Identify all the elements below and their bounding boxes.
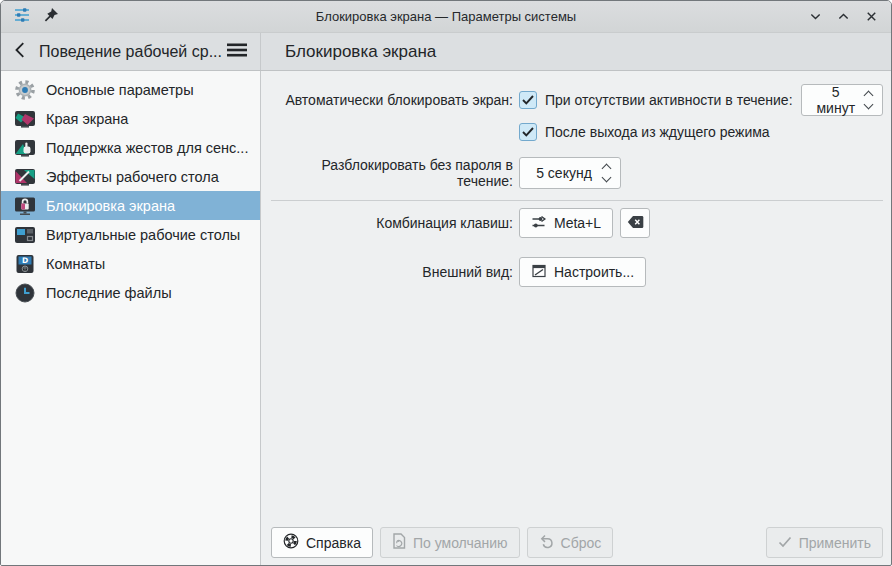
menu-icon[interactable]: [226, 40, 248, 64]
sidebar-item-screen-edges[interactable]: Края экрана: [1, 104, 260, 133]
minimize-button[interactable]: [808, 9, 823, 24]
touch-gestures-icon: [14, 137, 36, 159]
spin-down-icon[interactable]: [864, 99, 874, 109]
sidebar-item-recent-files[interactable]: Последние файлы: [1, 278, 260, 307]
virtual-desktops-icon: [14, 224, 36, 246]
configure-appearance-button[interactable]: Настроить...: [519, 257, 646, 287]
appearance-button-label: Настроить...: [554, 264, 634, 280]
sidebar-item-label: Виртуальные рабочие столы: [46, 227, 240, 243]
sidebar-item-desktop-effects[interactable]: Эффекты рабочего стола: [1, 162, 260, 191]
lock-on-resume-checkbox[interactable]: [519, 123, 537, 141]
sidebar-item-virtual-desktops[interactable]: Виртуальные рабочие столы: [1, 220, 260, 249]
recent-files-icon: [14, 282, 36, 304]
auto-lock-label: Автоматически блокировать экран:: [271, 92, 513, 108]
sidebar-header: Поведение рабочей ср...: [1, 33, 261, 70]
sidebar-item-activities[interactable]: D Комнаты: [1, 249, 260, 278]
app-icon: [13, 6, 31, 28]
reset-button-label: Сброс: [561, 535, 602, 551]
help-button[interactable]: Справка: [271, 527, 373, 558]
system-settings-window: Блокировка экрана — Параметры системы По…: [0, 0, 892, 566]
spinbox-arrows[interactable]: [598, 163, 620, 184]
inactivity-duration-value: 5 минут: [802, 84, 860, 116]
screen-locking-panel: Автоматически блокировать экран: При отс…: [261, 71, 891, 565]
inactivity-checkbox-label: При отсутствии активности в течение:: [545, 92, 793, 108]
spin-up-icon[interactable]: [602, 163, 612, 173]
appearance-icon: [531, 263, 547, 282]
spinbox-arrows[interactable]: [860, 90, 882, 111]
apply-button[interactable]: Применить: [766, 527, 883, 558]
inactivity-checkbox[interactable]: [519, 91, 537, 109]
grace-period-label: Разблокировать без пароля в течение:: [271, 157, 513, 189]
screen-lock-icon: [14, 195, 36, 217]
sidebar-item-label: Края экрана: [46, 111, 128, 127]
spin-up-icon[interactable]: [864, 90, 874, 100]
page-title: Блокировка экрана: [285, 42, 436, 62]
desktop-effects-icon: [14, 166, 36, 188]
defaults-button[interactable]: По умолчанию: [380, 527, 520, 558]
titlebar: Блокировка экрана — Параметры системы: [1, 1, 891, 33]
spin-down-icon[interactable]: [602, 172, 612, 182]
back-icon[interactable]: [11, 40, 31, 64]
shortcut-button[interactable]: Meta+L: [519, 208, 613, 238]
sidebar-item-touch-gestures[interactable]: Поддержка жестов для сенс...: [1, 133, 260, 162]
shortcut-label: Комбинация клавиш:: [271, 215, 513, 231]
sidebar-item-label: Комнаты: [46, 256, 105, 272]
apply-button-label: Применить: [799, 535, 871, 551]
sidebar-item-label: Поддержка жестов для сенс...: [46, 140, 248, 156]
maximize-button[interactable]: [836, 9, 851, 24]
pin-icon[interactable]: [43, 7, 59, 27]
screen-edges-icon: [14, 108, 36, 130]
content-header: Блокировка экрана: [261, 33, 891, 70]
defaults-button-label: По умолчанию: [413, 535, 508, 551]
footer-buttons: Справка По умолчанию: [271, 527, 883, 558]
form-separator: [271, 200, 883, 201]
svg-text:D: D: [22, 256, 28, 265]
grace-period-value: 5 секунд: [520, 165, 598, 181]
window-title: Блокировка экрана — Параметры системы: [133, 9, 759, 24]
sidebar-item-label: Последние файлы: [46, 285, 172, 301]
backspace-icon: [627, 215, 644, 232]
configure-shortcut-icon: [531, 214, 547, 233]
check-icon: [778, 535, 792, 551]
help-button-label: Справка: [306, 535, 361, 551]
grace-period-spinbox[interactable]: 5 секунд: [519, 157, 621, 189]
appearance-label: Внешний вид:: [271, 264, 513, 280]
activities-icon: D: [14, 253, 36, 275]
check-icon: [522, 127, 534, 137]
close-button[interactable]: [864, 9, 879, 24]
header-row: Поведение рабочей ср... Блокировка экран…: [1, 33, 891, 71]
sidebar-item-label: Блокировка экрана: [46, 198, 175, 214]
document-revert-icon: [392, 533, 406, 552]
inactivity-duration-spinbox[interactable]: 5 минут: [801, 84, 883, 116]
reset-button[interactable]: Сброс: [527, 527, 614, 558]
check-icon: [522, 95, 534, 105]
clear-shortcut-button[interactable]: [620, 208, 650, 238]
help-icon: [283, 533, 299, 552]
sidebar-header-title: Поведение рабочей ср...: [39, 43, 226, 61]
shortcut-value: Meta+L: [554, 215, 601, 231]
undo-icon: [539, 534, 554, 552]
sidebar-item-label: Эффекты рабочего стола: [46, 169, 219, 185]
lock-on-resume-label: После выхода из ждущего режима: [545, 124, 770, 140]
gear-icon: [14, 79, 36, 101]
sidebar-item-general[interactable]: Основные параметры: [1, 75, 260, 104]
sidebar: Основные параметры Края экрана: [1, 71, 261, 565]
sidebar-item-screen-locking[interactable]: Блокировка экрана: [1, 191, 260, 220]
sidebar-item-label: Основные параметры: [46, 82, 194, 98]
